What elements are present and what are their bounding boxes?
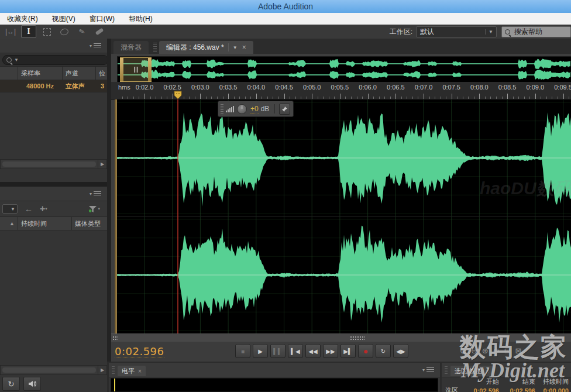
loop-playback-button[interactable]: ↻	[376, 344, 391, 358]
view-range-right-handle[interactable]	[148, 58, 152, 81]
file-row[interactable]: 48000 Hz 立体声 3	[0, 80, 107, 92]
back-arrow-icon[interactable]: ←	[25, 204, 33, 214]
files-col-sample-rate[interactable]: 采样率	[18, 67, 62, 80]
ruler-minor-tick	[206, 97, 207, 99]
ruler-minor-tick	[184, 97, 184, 99]
gain-value[interactable]: +0	[250, 105, 259, 114]
hud-pin-button[interactable]	[279, 104, 290, 115]
ruler-minor-tick	[401, 97, 402, 99]
menu-favorites[interactable]: 收藏夹(R)	[0, 13, 45, 25]
ruler-time-label: 0:08.5	[498, 84, 517, 91]
tab-grip[interactable]	[153, 43, 157, 52]
loop-preview-button[interactable]: ↻	[2, 377, 20, 391]
menu-view[interactable]: 视图(V)	[45, 13, 82, 25]
paintbrush-tool-button[interactable]: ✎	[75, 26, 89, 37]
ruler-minor-tick	[496, 97, 497, 99]
tab-levels[interactable]: 电平 ×	[118, 366, 146, 376]
auto-play-button[interactable]	[23, 377, 41, 391]
ruler-time-label: 0:06.0	[359, 84, 377, 91]
ruler-minor-tick	[234, 97, 235, 99]
help-search-box[interactable]	[501, 26, 571, 37]
close-icon[interactable]: ×	[242, 43, 246, 51]
scrollbar-grip[interactable]	[112, 336, 118, 341]
panel-grip[interactable]	[445, 366, 448, 374]
media-horizontal-scrollbar[interactable]: ▶	[0, 365, 107, 375]
skip-selection-button[interactable]: ◀▶	[393, 344, 408, 358]
menu-help[interactable]: 帮助(H)	[122, 13, 160, 25]
ruler-time-label: 0:07.0	[415, 84, 433, 91]
panel-menu-icon[interactable]: ▾	[90, 43, 101, 49]
filter-funnel-icon[interactable]: ▾	[88, 205, 100, 213]
volume-hud[interactable]: +0 dB	[218, 101, 294, 117]
panel-menu-icon[interactable]: ▾	[90, 191, 101, 197]
ruler-minor-tick	[156, 97, 156, 99]
hud-drag-grip[interactable]	[221, 104, 223, 114]
lasso-selection-tool-button[interactable]	[57, 26, 71, 37]
close-icon[interactable]: ×	[138, 368, 142, 374]
stop-button[interactable]: ■	[235, 344, 250, 358]
move-tool-button[interactable]: |↔|	[4, 26, 18, 37]
time-selection-tool-button[interactable]: I	[21, 25, 36, 38]
ruler-minor-tick	[513, 97, 514, 99]
selection-row-label: 选区	[442, 386, 465, 392]
skip-selection-icon: ◀▶	[396, 348, 405, 355]
ruler-minor-tick	[407, 97, 407, 99]
files-filter-row: ▼	[0, 53, 107, 67]
files-horizontal-scrollbar[interactable]: ▶	[0, 159, 107, 169]
tab-editor-label: 编辑器 : 456.wav *	[166, 43, 224, 53]
gain-knob[interactable]	[237, 104, 247, 114]
scroll-right-icon[interactable]: ▶	[98, 366, 106, 374]
workspace-dropdown[interactable]: 默认 ▼	[416, 26, 497, 37]
pause-button[interactable]: ▍▍	[270, 344, 286, 358]
rewind-button[interactable]: ◀◀	[305, 344, 321, 358]
audition-window: Adobe Audition 收藏夹(R) 视图(V) 窗口(W) 帮助(H) …	[0, 0, 571, 392]
chevron-down-icon[interactable]: ▼	[233, 45, 238, 50]
fast-forward-button[interactable]: ▶▶	[323, 344, 338, 358]
selection-end-value[interactable]: 0:02.596	[501, 387, 538, 392]
panel-splitter[interactable]	[0, 182, 107, 187]
files-filter-input[interactable]	[19, 56, 104, 64]
tab-editor[interactable]: 编辑器 : 456.wav * ▼ ×	[159, 41, 253, 54]
scrollbar-thumb[interactable]	[2, 367, 96, 373]
files-col-channels[interactable]: 声道	[62, 67, 95, 80]
selection-start-value[interactable]: 0:02.596	[465, 387, 501, 392]
marquee-selection-tool-button[interactable]	[40, 26, 54, 37]
panel-splitter[interactable]	[107, 39, 111, 392]
media-view-dropdown[interactable]: ▼	[2, 204, 18, 214]
play-button[interactable]: ▶	[253, 344, 268, 358]
media-col-duration[interactable]: 持续时间	[18, 217, 71, 230]
selection-duration-value[interactable]: 0:00.000	[538, 387, 571, 392]
loop-playback-icon: ↻	[381, 348, 386, 355]
playhead-marker-icon[interactable]	[173, 91, 183, 99]
scroll-right-icon[interactable]: ▶	[98, 160, 106, 169]
record-button[interactable]: ●	[358, 344, 373, 358]
waveform-overview-strip[interactable]	[117, 56, 571, 83]
time-display[interactable]: 0:02.596	[115, 345, 164, 358]
transport-buttons: ■▶▍▍▍◀◀◀▶▶▶▍●↻◀▶	[235, 344, 408, 358]
panel-menu-icon[interactable]: ▾	[422, 367, 434, 373]
files-filter-box[interactable]: ▼	[2, 55, 108, 65]
skip-to-end-button[interactable]: ▶▍	[340, 344, 356, 358]
media-col-type[interactable]: 媒体类型	[71, 217, 107, 230]
panel-grip[interactable]	[112, 366, 115, 374]
menu-window[interactable]: 窗口(W)	[82, 13, 122, 25]
stop-icon: ■	[241, 348, 245, 355]
view-range-grip[interactable]	[123, 67, 148, 73]
sort-ascending-icon[interactable]: ▲	[0, 217, 18, 230]
ruler-minor-tick	[362, 97, 363, 99]
marquee-icon	[43, 28, 51, 36]
tab-mixer[interactable]: 混音器	[113, 41, 149, 54]
files-col-bits[interactable]: 位	[95, 67, 107, 80]
ruler-minor-tick	[441, 97, 441, 99]
add-icon[interactable]: +▾	[40, 204, 47, 214]
scrollbar-grip[interactable]	[350, 336, 365, 341]
spot-healing-brush-tool-button[interactable]	[92, 26, 106, 37]
scrollbar-thumb[interactable]	[2, 161, 96, 167]
overview-view-range-box[interactable]	[120, 57, 152, 82]
ruler-major-tick	[284, 94, 285, 99]
help-search-input[interactable]	[513, 27, 565, 36]
level-meter	[111, 378, 438, 392]
ruler-minor-tick	[150, 97, 151, 99]
skip-to-start-button[interactable]: ▍◀	[288, 344, 303, 358]
waveform-display[interactable]	[117, 99, 571, 333]
